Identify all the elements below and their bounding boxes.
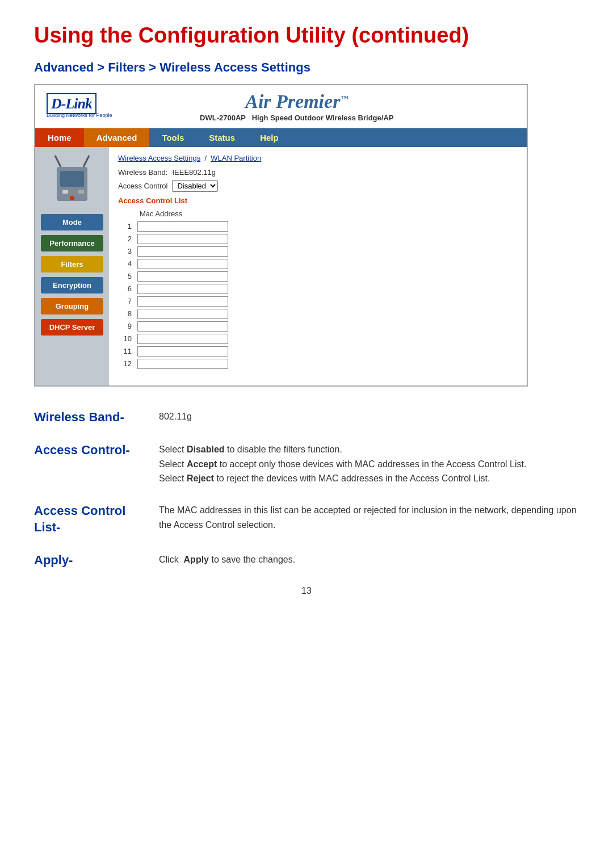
main-panel: Wireless Access Settings / WLAN Partitio… bbox=[109, 147, 527, 385]
description-section: Wireless Band- 802.11g Access Control- S… bbox=[34, 409, 579, 569]
mac-input-2[interactable] bbox=[137, 234, 228, 244]
sidebar-filters-button[interactable]: Filters bbox=[41, 256, 103, 272]
breadcrumb-wireless-access[interactable]: Wireless Access Settings bbox=[118, 154, 200, 162]
nav-bar: Home Advanced Tools Status Help bbox=[35, 128, 527, 147]
mac-col-header: Mac Address bbox=[135, 208, 230, 220]
access-control-label: Access Control bbox=[118, 182, 167, 190]
router-header: D-Link Building Networks for People Air … bbox=[35, 85, 527, 128]
page-title: Using the Configuration Utility (continu… bbox=[34, 23, 579, 49]
mac-input-5[interactable] bbox=[137, 271, 228, 282]
mac-input-4[interactable] bbox=[137, 259, 228, 269]
svg-line-1 bbox=[83, 156, 89, 167]
mac-row-num: 6 bbox=[118, 283, 135, 295]
wireless-band-label: Wireless Band: bbox=[118, 168, 167, 177]
sidebar-performance-button[interactable]: Performance bbox=[41, 235, 103, 251]
mac-row: 1 bbox=[118, 220, 230, 233]
mac-input-3[interactable] bbox=[137, 246, 228, 257]
mac-row-num: 1 bbox=[118, 220, 135, 233]
mac-row-num: 5 bbox=[118, 270, 135, 283]
page-number: 13 bbox=[34, 586, 579, 596]
mac-input-1[interactable] bbox=[137, 221, 228, 232]
reject-bold: Reject bbox=[187, 473, 214, 483]
mac-row-num: 7 bbox=[118, 295, 135, 308]
mac-row: 7 bbox=[118, 295, 230, 308]
desc-apply-term: Apply- bbox=[34, 552, 159, 569]
mac-row-num: 11 bbox=[118, 345, 135, 358]
mac-row: 10 bbox=[118, 333, 230, 345]
svg-rect-6 bbox=[78, 190, 84, 194]
nav-status[interactable]: Status bbox=[196, 128, 247, 147]
dlink-logo-text: D-Link bbox=[47, 94, 96, 112]
mac-row: 6 bbox=[118, 283, 230, 295]
mac-row: 3 bbox=[118, 245, 230, 258]
svg-line-0 bbox=[55, 156, 61, 167]
mac-address-table: Mac Address 123456789101112 bbox=[118, 208, 230, 370]
svg-point-7 bbox=[70, 196, 74, 200]
dlink-logo: D-Link Building Networks for People bbox=[47, 94, 112, 118]
desc-access-control: Access Control- Select Disabled to disab… bbox=[34, 442, 579, 486]
nav-help[interactable]: Help bbox=[247, 128, 291, 147]
mac-input-11[interactable] bbox=[137, 346, 228, 357]
breadcrumb: Wireless Access Settings / WLAN Partitio… bbox=[118, 154, 518, 162]
desc-apply-def: Click Apply to save the changes. bbox=[159, 552, 579, 567]
wireless-band-value: IEEE802.11g bbox=[172, 168, 216, 177]
mac-row: 9 bbox=[118, 320, 230, 333]
content-area: Mode Performance Filters Encryption Grou… bbox=[35, 147, 527, 385]
nav-advanced[interactable]: Advanced bbox=[84, 128, 150, 147]
desc-wireless-band-def: 802.11g bbox=[159, 409, 579, 424]
svg-rect-3 bbox=[60, 171, 84, 187]
mac-row-num: 2 bbox=[118, 233, 135, 245]
access-control-row: Access Control Disabled Accept Reject bbox=[118, 180, 518, 192]
nav-tools[interactable]: Tools bbox=[149, 128, 196, 147]
mac-input-8[interactable] bbox=[137, 309, 228, 319]
section-heading: Advanced > Filters > Wireless Access Set… bbox=[34, 60, 579, 75]
sidebar-dhcp-button[interactable]: DHCP Server bbox=[41, 319, 103, 336]
disabled-bold: Disabled bbox=[187, 445, 225, 454]
air-premier-logo: Air Premier™ bbox=[200, 91, 393, 112]
nav-home[interactable]: Home bbox=[35, 128, 84, 147]
mac-input-9[interactable] bbox=[137, 321, 228, 332]
sidebar: Mode Performance Filters Encryption Grou… bbox=[35, 147, 109, 385]
mac-input-7[interactable] bbox=[137, 296, 228, 307]
mac-row-num: 3 bbox=[118, 245, 135, 258]
sidebar-encryption-button[interactable]: Encryption bbox=[41, 277, 103, 293]
mac-row-num: 12 bbox=[118, 358, 135, 370]
mac-row: 11 bbox=[118, 345, 230, 358]
svg-rect-5 bbox=[70, 190, 76, 194]
desc-access-control-term: Access Control- bbox=[34, 442, 159, 459]
mac-row-num: 9 bbox=[118, 320, 135, 333]
mac-input-6[interactable] bbox=[137, 284, 228, 294]
desc-acl: Access Control List- The MAC addresses i… bbox=[34, 503, 579, 535]
desc-access-control-def: Select Disabled to disable the filters f… bbox=[159, 442, 579, 486]
router-panel: D-Link Building Networks for People Air … bbox=[34, 84, 528, 387]
mac-row: 5 bbox=[118, 270, 230, 283]
mac-row: 2 bbox=[118, 233, 230, 245]
desc-wireless-band: Wireless Band- 802.11g bbox=[34, 409, 579, 426]
desc-acl-def: The MAC addresses in this list can be ac… bbox=[159, 503, 579, 532]
mac-input-12[interactable] bbox=[137, 359, 228, 369]
accept-bold: Accept bbox=[187, 459, 217, 469]
sidebar-mode-button[interactable]: Mode bbox=[41, 214, 103, 230]
mac-input-10[interactable] bbox=[137, 334, 228, 344]
desc-acl-term: Access Control List- bbox=[34, 503, 159, 535]
device-image bbox=[49, 153, 95, 204]
apply-bold: Apply bbox=[184, 555, 209, 564]
dlink-tagline: Building Networks for People bbox=[47, 112, 112, 118]
svg-rect-4 bbox=[62, 190, 68, 194]
device-model-info: DWL-2700AP High Speed Outdoor Wireless B… bbox=[200, 114, 393, 122]
desc-apply: Apply- Click Apply to save the changes. bbox=[34, 552, 579, 569]
sidebar-grouping-button[interactable]: Grouping bbox=[41, 298, 103, 315]
mac-row-num: 8 bbox=[118, 308, 135, 320]
mac-row-num: 10 bbox=[118, 333, 135, 345]
air-premier-section: Air Premier™ DWL-2700AP High Speed Outdo… bbox=[200, 91, 393, 122]
mac-row-num: 4 bbox=[118, 258, 135, 270]
mac-row: 4 bbox=[118, 258, 230, 270]
desc-wireless-band-term: Wireless Band- bbox=[34, 409, 159, 426]
wireless-band-row: Wireless Band: IEEE802.11g bbox=[118, 168, 518, 177]
mac-row: 12 bbox=[118, 358, 230, 370]
breadcrumb-wlan-partition[interactable]: WLAN Partition bbox=[211, 154, 261, 162]
mac-row: 8 bbox=[118, 308, 230, 320]
access-control-select[interactable]: Disabled Accept Reject bbox=[172, 180, 218, 192]
access-control-list-label: Access Control List bbox=[118, 196, 518, 205]
